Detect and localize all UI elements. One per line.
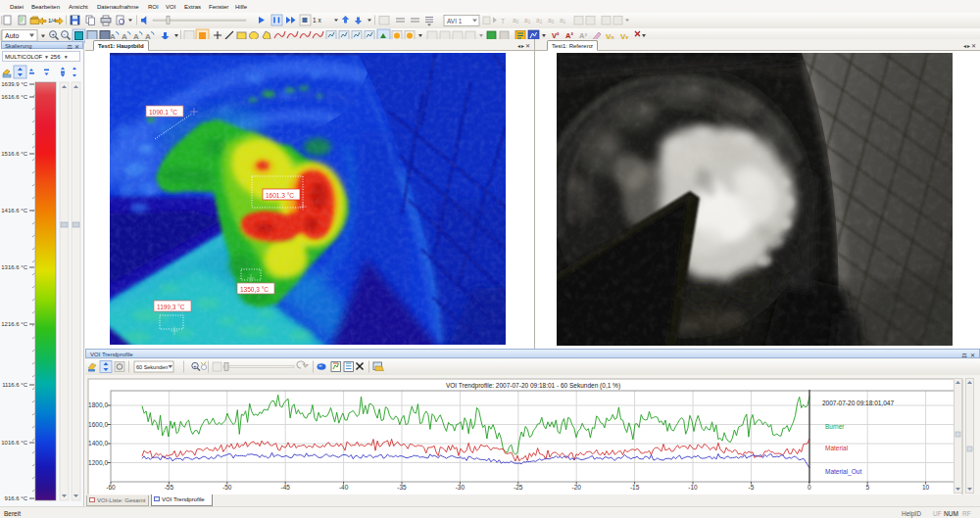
svg-text:1800,0: 1800,0 bbox=[88, 401, 108, 408]
svg-text:-30: -30 bbox=[456, 484, 466, 491]
svg-text:-15: -15 bbox=[630, 484, 640, 491]
svg-text:1316.6 °C: 1316.6 °C bbox=[1, 264, 27, 270]
svg-text:1090.1 °C: 1090.1 °C bbox=[149, 109, 177, 116]
svg-text:a0: a0 bbox=[548, 17, 555, 24]
svg-text:+: + bbox=[51, 31, 55, 37]
svg-text:1600,0: 1600,0 bbox=[88, 420, 108, 427]
svg-text:-50: -50 bbox=[222, 484, 232, 491]
svg-text:1 x: 1 x bbox=[313, 17, 321, 24]
svg-text:AVI 1: AVI 1 bbox=[447, 18, 463, 24]
svg-text:Auto: Auto bbox=[5, 32, 20, 39]
svg-text:1639.9 °C: 1639.9 °C bbox=[1, 81, 27, 87]
svg-text:1016.6 °C: 1016.6 °C bbox=[1, 440, 27, 446]
svg-text:1199,3 °C: 1199,3 °C bbox=[157, 304, 185, 310]
svg-text:a2: a2 bbox=[536, 17, 543, 24]
svg-text:Material: Material bbox=[825, 445, 849, 451]
svg-text:1416.6 °C: 1416.6 °C bbox=[1, 208, 27, 213]
svg-text:1616.6 °C: 1616.6 °C bbox=[1, 94, 27, 100]
svg-text:2007-07-20 09:18:01,047: 2007-07-20 09:18:01,047 bbox=[822, 400, 894, 406]
svg-text:1216.6 °C: 1216.6 °C bbox=[1, 321, 27, 327]
svg-text:60 Sekunden: 60 Sekunden bbox=[136, 364, 168, 370]
svg-text:-5: -5 bbox=[749, 484, 755, 491]
svg-text:10: 10 bbox=[922, 484, 930, 491]
svg-text:-: - bbox=[63, 31, 65, 37]
svg-text:1350,3 °C: 1350,3 °C bbox=[240, 286, 269, 293]
svg-text:1601.3 °C: 1601.3 °C bbox=[266, 192, 294, 199]
svg-text:-45: -45 bbox=[280, 484, 290, 491]
svg-text:916.6 °C: 916.6 °C bbox=[5, 495, 28, 501]
svg-text:VOI Trendprofile: 2007-07-20 0: VOI Trendprofile: 2007-07-20 09:18:01 - … bbox=[446, 382, 620, 390]
svg-text:-55: -55 bbox=[165, 484, 174, 491]
svg-text:T: T bbox=[501, 18, 506, 24]
svg-text:1516.6 °C: 1516.6 °C bbox=[1, 151, 27, 157]
svg-text:5: 5 bbox=[865, 484, 869, 491]
svg-text:1116.6 °C: 1116.6 °C bbox=[2, 382, 28, 388]
svg-text:Material_Out: Material_Out bbox=[825, 468, 861, 476]
svg-text:1400,0: 1400,0 bbox=[88, 440, 108, 447]
svg-text:-20: -20 bbox=[571, 484, 581, 491]
svg-text:Burner: Burner bbox=[825, 423, 845, 430]
svg-text:a0: a0 bbox=[513, 17, 519, 24]
svg-text:a1: a1 bbox=[560, 17, 566, 24]
svg-text:1200,0: 1200,0 bbox=[88, 458, 108, 465]
svg-text:-35: -35 bbox=[397, 484, 407, 491]
svg-text:+: + bbox=[193, 363, 196, 369]
svg-text:-60: -60 bbox=[106, 484, 116, 491]
svg-text:-10: -10 bbox=[688, 484, 698, 491]
svg-text:-25: -25 bbox=[514, 484, 523, 491]
svg-text:-40: -40 bbox=[339, 484, 349, 491]
svg-text:a1: a1 bbox=[524, 17, 531, 24]
svg-text:0: 0 bbox=[808, 484, 811, 491]
